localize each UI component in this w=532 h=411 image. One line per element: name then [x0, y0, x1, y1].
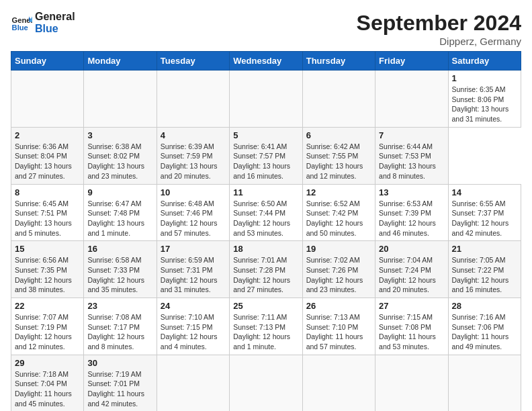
- day-number: 29: [15, 358, 80, 368]
- day-number: 14: [452, 187, 517, 197]
- day-number: 7: [379, 130, 444, 140]
- day-info: Sunrise: 6:45 AM Sunset: 7:51 PM Dayligh…: [15, 199, 80, 238]
- day-number: 28: [452, 301, 517, 311]
- weekday-header-wednesday: Wednesday: [230, 52, 302, 71]
- day-info: Sunrise: 7:16 AM Sunset: 7:06 PM Dayligh…: [452, 312, 517, 352]
- day-info: Sunrise: 7:19 AM Sunset: 7:01 PM Dayligh…: [87, 369, 152, 409]
- day-info: Sunrise: 6:53 AM Sunset: 7:39 PM Dayligh…: [379, 199, 444, 238]
- empty-cell: [375, 71, 448, 128]
- day-info: Sunrise: 6:56 AM Sunset: 7:35 PM Dayligh…: [15, 255, 80, 295]
- day-cell-30: 30 Sunrise: 7:19 AM Sunset: 7:01 PM Dayl…: [84, 355, 157, 411]
- day-number: 10: [161, 187, 226, 197]
- weekday-header-sunday: Sunday: [11, 52, 84, 71]
- day-number: 9: [87, 187, 152, 197]
- day-cell-7: 7 Sunrise: 6:44 AM Sunset: 7:53 PM Dayli…: [375, 127, 448, 184]
- day-number: 30: [87, 358, 152, 368]
- day-info: Sunrise: 7:08 AM Sunset: 7:17 PM Dayligh…: [87, 312, 152, 352]
- weekday-header-row: SundayMondayTuesdayWednesdayThursdayFrid…: [11, 52, 521, 71]
- week-row-6: 29 Sunrise: 7:18 AM Sunset: 7:04 PM Dayl…: [11, 355, 521, 411]
- day-cell-24: 24 Sunrise: 7:10 AM Sunset: 7:15 PM Dayl…: [157, 298, 229, 355]
- day-cell-6: 6 Sunrise: 6:42 AM Sunset: 7:55 PM Dayli…: [302, 127, 375, 184]
- week-row-5: 22 Sunrise: 7:07 AM Sunset: 7:19 PM Dayl…: [11, 298, 521, 355]
- empty-cell: [157, 71, 229, 128]
- day-number: 6: [306, 130, 371, 140]
- day-number: 21: [452, 244, 517, 254]
- page-subtitle: Dipperz, Germany: [357, 36, 521, 47]
- day-info: Sunrise: 6:50 AM Sunset: 7:44 PM Dayligh…: [233, 199, 298, 238]
- logo: General Blue General Blue: [11, 11, 75, 34]
- day-info: Sunrise: 6:42 AM Sunset: 7:55 PM Dayligh…: [306, 142, 371, 181]
- day-number: 16: [87, 244, 152, 254]
- day-number: 12: [306, 187, 371, 197]
- day-info: Sunrise: 6:55 AM Sunset: 7:37 PM Dayligh…: [452, 199, 517, 238]
- day-cell-29: 29 Sunrise: 7:18 AM Sunset: 7:04 PM Dayl…: [11, 355, 84, 411]
- empty-cell: [302, 355, 375, 411]
- day-info: Sunrise: 7:05 AM Sunset: 7:22 PM Dayligh…: [452, 255, 517, 295]
- day-number: 22: [15, 301, 80, 311]
- empty-cell: [11, 71, 84, 128]
- day-info: Sunrise: 6:44 AM Sunset: 7:53 PM Dayligh…: [379, 142, 444, 181]
- day-number: 13: [379, 187, 444, 197]
- day-cell-25: 25 Sunrise: 7:11 AM Sunset: 7:13 PM Dayl…: [230, 298, 302, 355]
- day-info: Sunrise: 7:18 AM Sunset: 7:04 PM Dayligh…: [15, 369, 80, 409]
- day-cell-16: 16 Sunrise: 6:58 AM Sunset: 7:33 PM Dayl…: [84, 241, 157, 298]
- calendar-table: SundayMondayTuesdayWednesdayThursdayFrid…: [11, 51, 521, 411]
- day-info: Sunrise: 7:11 AM Sunset: 7:13 PM Dayligh…: [233, 312, 298, 352]
- day-info: Sunrise: 6:35 AM Sunset: 8:06 PM Dayligh…: [452, 85, 517, 124]
- empty-cell: [230, 71, 302, 128]
- day-number: 3: [87, 130, 152, 140]
- day-cell-15: 15 Sunrise: 6:56 AM Sunset: 7:35 PM Dayl…: [11, 241, 84, 298]
- day-number: 26: [306, 301, 371, 311]
- day-cell-17: 17 Sunrise: 6:59 AM Sunset: 7:31 PM Dayl…: [157, 241, 229, 298]
- day-number: 27: [379, 301, 444, 311]
- day-cell-8: 8 Sunrise: 6:45 AM Sunset: 7:51 PM Dayli…: [11, 184, 84, 241]
- empty-cell: [84, 71, 157, 128]
- day-info: Sunrise: 7:10 AM Sunset: 7:15 PM Dayligh…: [161, 312, 226, 352]
- day-info: Sunrise: 6:48 AM Sunset: 7:46 PM Dayligh…: [161, 199, 226, 238]
- day-number: 25: [233, 301, 298, 311]
- day-number: 23: [87, 301, 152, 311]
- day-info: Sunrise: 6:47 AM Sunset: 7:48 PM Dayligh…: [87, 199, 152, 238]
- day-info: Sunrise: 7:02 AM Sunset: 7:26 PM Dayligh…: [306, 255, 371, 295]
- day-info: Sunrise: 6:52 AM Sunset: 7:42 PM Dayligh…: [306, 199, 371, 238]
- title-area: September 2024 Dipperz, Germany: [357, 11, 521, 47]
- day-cell-26: 26 Sunrise: 7:13 AM Sunset: 7:10 PM Dayl…: [302, 298, 375, 355]
- day-info: Sunrise: 7:15 AM Sunset: 7:08 PM Dayligh…: [379, 312, 444, 352]
- day-number: 5: [233, 130, 298, 140]
- weekday-header-friday: Friday: [375, 52, 448, 71]
- week-row-2: 2 Sunrise: 6:36 AM Sunset: 8:04 PM Dayli…: [11, 127, 521, 184]
- weekday-header-monday: Monday: [84, 52, 157, 71]
- day-cell-21: 21 Sunrise: 7:05 AM Sunset: 7:22 PM Dayl…: [448, 241, 521, 298]
- day-cell-20: 20 Sunrise: 7:04 AM Sunset: 7:24 PM Dayl…: [375, 241, 448, 298]
- day-info: Sunrise: 7:07 AM Sunset: 7:19 PM Dayligh…: [15, 312, 80, 352]
- day-info: Sunrise: 6:41 AM Sunset: 7:57 PM Dayligh…: [233, 142, 298, 181]
- week-row-1: 1 Sunrise: 6:35 AM Sunset: 8:06 PM Dayli…: [11, 71, 521, 128]
- empty-cell: [448, 355, 521, 411]
- day-cell-11: 11 Sunrise: 6:50 AM Sunset: 7:44 PM Dayl…: [230, 184, 302, 241]
- svg-text:Blue: Blue: [12, 24, 28, 32]
- day-number: 24: [161, 301, 226, 311]
- weekday-header-saturday: Saturday: [448, 52, 521, 71]
- empty-cell: [375, 355, 448, 411]
- day-info: Sunrise: 6:39 AM Sunset: 7:59 PM Dayligh…: [161, 142, 226, 181]
- day-cell-10: 10 Sunrise: 6:48 AM Sunset: 7:46 PM Dayl…: [157, 184, 229, 241]
- day-number: 20: [379, 244, 444, 254]
- day-cell-2: 2 Sunrise: 6:36 AM Sunset: 8:04 PM Dayli…: [11, 127, 84, 184]
- empty-cell: [230, 355, 302, 411]
- day-cell-12: 12 Sunrise: 6:52 AM Sunset: 7:42 PM Dayl…: [302, 184, 375, 241]
- day-cell-18: 18 Sunrise: 7:01 AM Sunset: 7:28 PM Dayl…: [230, 241, 302, 298]
- day-number: 17: [161, 244, 226, 254]
- day-cell-9: 9 Sunrise: 6:47 AM Sunset: 7:48 PM Dayli…: [84, 184, 157, 241]
- day-info: Sunrise: 6:36 AM Sunset: 8:04 PM Dayligh…: [15, 142, 80, 181]
- day-cell-4: 4 Sunrise: 6:39 AM Sunset: 7:59 PM Dayli…: [157, 127, 229, 184]
- logo-line1: General: [35, 11, 75, 23]
- page-title: September 2024: [357, 11, 521, 36]
- day-number: 15: [15, 244, 80, 254]
- day-cell-19: 19 Sunrise: 7:02 AM Sunset: 7:26 PM Dayl…: [302, 241, 375, 298]
- day-number: 18: [233, 244, 298, 254]
- day-cell-23: 23 Sunrise: 7:08 AM Sunset: 7:17 PM Dayl…: [84, 298, 157, 355]
- week-row-4: 15 Sunrise: 6:56 AM Sunset: 7:35 PM Dayl…: [11, 241, 521, 298]
- empty-cell: [302, 71, 375, 128]
- day-info: Sunrise: 6:59 AM Sunset: 7:31 PM Dayligh…: [161, 255, 226, 295]
- weekday-header-tuesday: Tuesday: [157, 52, 229, 71]
